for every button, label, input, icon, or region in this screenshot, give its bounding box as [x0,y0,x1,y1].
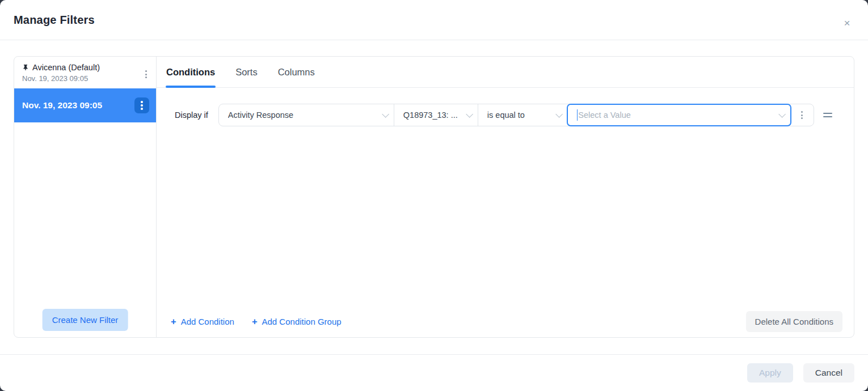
default-filter-timestamp: Nov. 19, 2023 09:05 [22,74,143,83]
create-new-filter-button[interactable]: Create New Filter [43,309,128,331]
operator-select-value: is equal to [487,110,550,120]
question-select[interactable]: Q18973_13: ... [394,104,478,126]
field-select[interactable]: Activity Response [219,104,394,126]
condition-options-cell [791,104,814,126]
apply-button[interactable]: Apply [747,363,793,382]
tab-bar: Conditions Sorts Columns [157,57,854,88]
default-filter-name: Avicenna (Default) [32,63,100,72]
sidebar-item-selected-filter[interactable]: Nov. 19, 2023 09:05 [14,88,156,122]
kebab-menu-icon[interactable] [799,109,805,121]
filters-sidebar: Avicenna (Default) Nov. 19, 2023 09:05 N… [14,57,157,337]
manage-filters-modal: Manage Filters × Avicenna (Default) Nov.… [0,0,868,391]
bottom-actions: + Add Condition + Add Condition Group De… [171,311,842,332]
add-condition-label: Add Condition [181,317,234,326]
plus-icon: + [171,317,176,326]
kebab-menu-icon[interactable] [134,97,149,113]
add-condition-group-label: Add Condition Group [262,317,342,326]
add-condition-group-button[interactable]: + Add Condition Group [252,317,342,326]
chevron-down-icon [778,110,786,118]
question-select-value: Q18973_13: ... [403,110,460,120]
modal-header: Manage Filters × [0,0,868,40]
cancel-button[interactable]: Cancel [803,363,854,382]
display-if-label: Display if [175,110,208,120]
field-select-value: Activity Response [228,110,376,120]
add-links: + Add Condition + Add Condition Group [171,317,342,326]
tab-columns[interactable]: Columns [277,57,315,87]
value-select-placeholder: Select a Value [578,110,773,120]
chevron-down-icon [382,110,389,118]
default-filter-text: Avicenna (Default) Nov. 19, 2023 09:05 [22,63,143,83]
add-condition-button[interactable]: + Add Condition [171,317,234,326]
modal-footer: Apply Cancel [0,354,868,391]
text-cursor [577,109,578,121]
condition-row: Display if Activity Response Q18973_13: … [175,104,854,126]
tab-sorts[interactable]: Sorts [235,57,258,87]
tab-conditions[interactable]: Conditions [166,57,216,87]
condition-select-group: Activity Response Q18973_13: ... is equa… [218,104,814,126]
operator-select[interactable]: is equal to [478,104,567,126]
default-filter-title: Avicenna (Default) [22,63,143,72]
kebab-menu-icon[interactable] [143,68,149,80]
chevron-down-icon [466,110,473,118]
delete-all-conditions-button[interactable]: Delete All Conditions [746,311,842,332]
filter-editor: Conditions Sorts Columns Display if Acti… [157,57,854,337]
selected-filter-label: Nov. 19, 2023 09:05 [22,100,134,110]
value-select[interactable]: Select a Value [567,104,791,126]
chevron-down-icon [555,110,563,118]
page-title: Manage Filters [14,14,95,27]
filters-panel: Avicenna (Default) Nov. 19, 2023 09:05 N… [14,56,854,338]
plus-icon: + [252,317,258,326]
drag-handle-icon[interactable] [822,110,833,120]
pushpin-icon [22,64,29,71]
close-icon[interactable]: × [840,16,854,31]
sidebar-item-default-filter[interactable]: Avicenna (Default) Nov. 19, 2023 09:05 [14,57,156,88]
